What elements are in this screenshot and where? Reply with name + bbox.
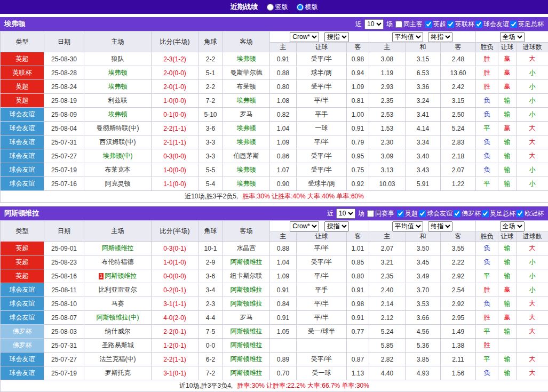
result-goals: 小 <box>517 94 548 108</box>
result-handicap: 赢 <box>498 283 517 297</box>
match-row: 英联杯25-08-28埃弗顿2-0(0-0)5-1曼斯菲尔德0.88球半/两0.… <box>1 66 548 80</box>
match-type: 球会友谊 <box>1 122 44 135</box>
scope-select[interactable]: 全场 <box>500 32 525 42</box>
odds-home: 0.90 <box>270 177 297 191</box>
final-odds-select[interactable]: 终指 <box>428 32 452 42</box>
away-team: 阿斯顿维拉 <box>223 353 270 366</box>
match-count-select[interactable]: 10 <box>336 209 355 219</box>
result-goals: 大 <box>517 242 548 255</box>
result-goals: 小 <box>517 66 548 80</box>
result-goals: 小 <box>517 283 548 297</box>
avg-draw: 3.53 <box>406 297 441 311</box>
league-checkbox[interactable] <box>482 210 489 217</box>
final-odds-select[interactable]: 终指 <box>428 221 452 231</box>
odds-handicap: 平/半 <box>297 269 347 283</box>
average-select[interactable]: 平均值 <box>392 221 423 231</box>
result-winlose: 负 <box>476 366 498 380</box>
result-handicap: 输 <box>498 297 517 311</box>
league-checkbox[interactable] <box>419 210 426 217</box>
avg-away: 1.22 <box>441 177 476 191</box>
result-handicap: 输 <box>498 163 517 177</box>
match-row: 球会友谊25-08-10马赛3-1(1-1)2-3阿斯顿维拉0.84平/半0.9… <box>1 297 548 311</box>
odds-handicap: 受平/半 <box>297 80 347 94</box>
avg-away: 2.48 <box>441 52 476 66</box>
avg-home: 3.21 <box>369 255 406 269</box>
bookmaker-select[interactable]: Crow* <box>290 32 319 42</box>
league-checkbox[interactable] <box>517 210 523 217</box>
corner-score: 2-2 <box>198 80 223 94</box>
odds-away: 0.81 <box>347 94 369 108</box>
league-checkbox[interactable] <box>397 210 404 217</box>
scope-select[interactable]: 全场 <box>500 221 525 231</box>
match-score: 1-1(0-0) <box>152 177 198 191</box>
away-team: 布莱顿 <box>223 80 270 94</box>
result-winlose: 胜 <box>476 80 498 94</box>
result-handicap: 输 <box>498 255 517 269</box>
league-filter[interactable]: 球会友谊 <box>475 20 509 29</box>
average-select[interactable]: 平均值 <box>392 32 423 42</box>
same-competition-filter[interactable]: 同赛事 <box>367 209 394 218</box>
avg-away: 1.56 <box>441 366 476 380</box>
odds-away: 0.87 <box>347 353 369 366</box>
vertical-radio[interactable] <box>267 4 274 11</box>
away-team: 埃弗顿 <box>223 163 270 177</box>
avg-home: 2.93 <box>369 80 406 94</box>
layout-option-horizontal[interactable]: 横版 <box>297 3 318 12</box>
result-goals: 大 <box>517 52 548 66</box>
league-filter[interactable]: 英联杯 <box>447 20 474 29</box>
league-filter[interactable]: 英足总杯 <box>482 209 515 218</box>
same-venue-filter[interactable]: 同主客 <box>395 20 423 29</box>
corner-score: 10-1 <box>198 242 223 255</box>
match-date: 25-08-10 <box>44 297 84 311</box>
match-score: 1-2(0-1) <box>152 339 198 353</box>
same-competition-checkbox[interactable] <box>367 210 374 217</box>
corner-score: 7-2 <box>198 366 223 380</box>
page-title: 近期战绩 <box>231 2 258 12</box>
bookmaker-select[interactable]: Crow* <box>290 221 319 231</box>
match-score: 1-0(0-0) <box>152 163 198 177</box>
league-filter[interactable]: 英超 <box>397 209 418 218</box>
match-row: 球会友谊25-07-19罗斯托克3-1(0-1)7-2阿斯顿维拉0.70受一球1… <box>1 366 548 380</box>
avg-home: 3.13 <box>369 163 406 177</box>
league-checkbox[interactable] <box>454 210 460 217</box>
odds-away <box>347 339 369 353</box>
match-type: 球会友谊 <box>1 108 44 122</box>
scope-controls: 全场 <box>476 31 548 43</box>
same-venue-checkbox[interactable] <box>395 21 402 28</box>
league-filter[interactable]: 欧冠杯 <box>517 209 544 218</box>
odds-mode-select[interactable]: 搜指 <box>324 221 349 231</box>
result-winlose: 负 <box>476 297 498 311</box>
league-checkbox[interactable] <box>475 21 482 28</box>
avg-away: 2.83 <box>441 135 476 149</box>
match-row: 球会友谊25-07-27埃弗顿(中)0-3(0-0)3-3伯恩茅斯0.86受平/… <box>1 149 548 163</box>
match-row: 球会友谊25-08-09埃弗顿0-1(0-0)5-10罗马0.82平手1.002… <box>1 108 548 122</box>
league-filter[interactable]: 佛罗杯 <box>454 209 481 218</box>
matches-table: 类型 日期 主场 比分(半场) 角球 客场 Crow* 搜指 平均值 终指 全场 <box>0 220 548 392</box>
avg-home: 2.12 <box>369 311 406 325</box>
league-filter[interactable]: 球会友谊 <box>419 209 452 218</box>
away-team: 阿斯顿维拉 <box>223 283 270 297</box>
match-date: 25-08-30 <box>44 52 84 66</box>
odds-mode-select[interactable]: 搜指 <box>324 32 349 42</box>
league-checkbox[interactable] <box>425 21 432 28</box>
league-filter[interactable]: 英超 <box>425 20 446 29</box>
result-winlose: 胜 <box>476 66 498 80</box>
league-filter[interactable]: 英足总杯 <box>510 20 544 29</box>
home-team: 利兹联 <box>84 94 152 108</box>
layout-option-vertical[interactable]: 竖版 <box>267 3 288 12</box>
odds-handicap: 受平/半 <box>297 149 347 163</box>
league-checkbox[interactable] <box>510 21 517 28</box>
avg-away: 3.55 <box>441 242 476 255</box>
result-winlose: 负 <box>476 255 498 269</box>
league-checkbox[interactable] <box>447 21 454 28</box>
avg-draw: 3.34 <box>406 135 441 149</box>
corner-score: 3-3 <box>198 149 223 163</box>
match-score: 1-0(1-0) <box>152 255 198 269</box>
match-count-select[interactable]: 10 <box>364 19 384 29</box>
col-type: 类型 <box>1 31 44 52</box>
avg-home: 2.35 <box>369 94 406 108</box>
horizontal-radio[interactable] <box>297 4 304 11</box>
col-score: 比分(半场) <box>152 221 198 242</box>
team-name: 埃弗顿 <box>4 19 25 29</box>
result-handicap: 输 <box>498 108 517 122</box>
